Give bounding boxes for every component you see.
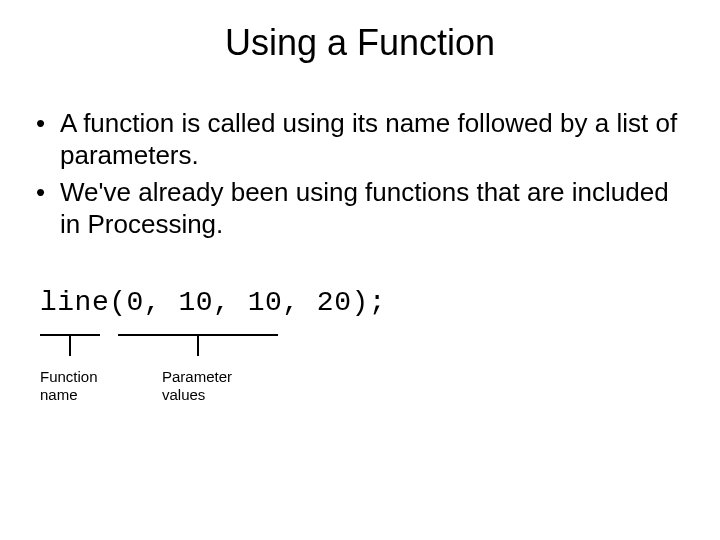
bracket-function-name [40,334,100,356]
bullet-item: We've already been using functions that … [30,177,690,240]
slide-body: A function is called using its name foll… [0,64,720,438]
label-function-name: Function name [40,368,98,404]
bracket-parameter-values [118,334,278,356]
bullet-item: A function is called using its name foll… [30,108,690,171]
slide-title: Using a Function [0,0,720,64]
bullet-list: A function is called using its name foll… [30,108,690,241]
annotation-layer: Function name Parameter values [30,318,690,438]
label-parameter-values: Parameter values [162,368,232,404]
code-example: line(0, 10, 10, 20); [40,287,690,318]
